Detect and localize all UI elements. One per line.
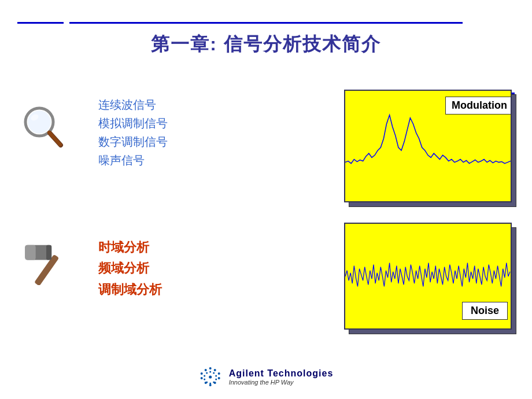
svg-point-30 bbox=[206, 372, 208, 374]
company-tagline: Innovating the HP Way bbox=[229, 379, 334, 386]
svg-point-1 bbox=[28, 110, 51, 134]
svg-point-31 bbox=[209, 376, 212, 379]
analysis-item-1: 频域分析 bbox=[98, 258, 162, 279]
signal-item-0: 连续波信号 bbox=[98, 95, 168, 114]
svg-point-11 bbox=[209, 367, 212, 370]
svg-point-12 bbox=[214, 369, 216, 371]
top-line-long bbox=[69, 22, 463, 24]
noise-panel: Noise bbox=[344, 223, 512, 330]
hammer-icon bbox=[14, 237, 78, 289]
panel-main-bottom: Noise bbox=[344, 223, 512, 330]
signal-list: 连续波信号 模拟调制信号 数字调制信号 噪声信号 bbox=[98, 95, 168, 169]
panel-main-top: Modulation bbox=[344, 90, 512, 202]
signal-item-3: 噪声信号 bbox=[98, 151, 168, 169]
svg-point-20 bbox=[205, 369, 207, 371]
analysis-list: 时域分析 频域分析 调制域分析 bbox=[98, 237, 162, 300]
svg-point-28 bbox=[204, 379, 205, 380]
svg-point-25 bbox=[213, 382, 215, 383]
modulation-panel: Modulation bbox=[344, 90, 512, 202]
svg-point-22 bbox=[213, 372, 215, 374]
magnify-icon bbox=[17, 101, 69, 153]
analysis-item-0: 时域分析 bbox=[98, 237, 162, 258]
svg-rect-7 bbox=[25, 245, 35, 260]
slide: 第一章: 信号分析技术简介 连续波信号 模拟调制信号 数字调制信号 噪声信号 bbox=[0, 0, 532, 399]
svg-line-3 bbox=[49, 132, 60, 145]
company-name: Agilent Technologies bbox=[229, 368, 334, 379]
branding: Agilent Technologies Innovating the HP W… bbox=[199, 365, 334, 389]
svg-point-16 bbox=[209, 384, 212, 386]
svg-point-23 bbox=[215, 375, 217, 377]
analysis-item-2: 调制域分析 bbox=[98, 279, 162, 300]
svg-point-19 bbox=[201, 372, 203, 375]
top-line-short bbox=[17, 22, 64, 24]
agilent-text: Agilent Technologies Innovating the HP W… bbox=[229, 368, 334, 386]
svg-point-14 bbox=[218, 377, 220, 379]
svg-point-21 bbox=[209, 371, 211, 373]
svg-point-27 bbox=[206, 382, 208, 383]
svg-point-26 bbox=[209, 383, 211, 385]
svg-point-29 bbox=[204, 375, 205, 377]
svg-point-13 bbox=[218, 372, 220, 375]
signal-item-2: 数字调制信号 bbox=[98, 132, 168, 151]
svg-point-18 bbox=[201, 377, 203, 379]
modulation-label: Modulation bbox=[445, 97, 512, 114]
agilent-logo-icon bbox=[199, 365, 222, 389]
signal-item-1: 模拟调制信号 bbox=[98, 114, 168, 132]
svg-rect-8 bbox=[46, 245, 51, 260]
svg-point-24 bbox=[215, 379, 217, 380]
page-title: 第一章: 信号分析技术简介 bbox=[0, 32, 532, 57]
noise-label: Noise bbox=[462, 302, 508, 320]
